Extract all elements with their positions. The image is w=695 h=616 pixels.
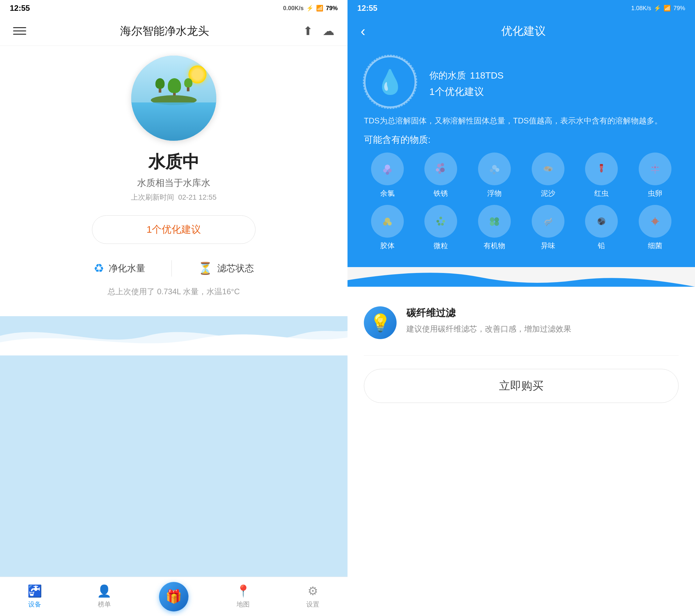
usage-text: 总上次使用了 0.734L 水量，水温16°C [108, 286, 239, 297]
wifi-icon: 📶 [316, 4, 323, 12]
svg-point-8 [439, 171, 441, 174]
lead-icon [585, 205, 618, 238]
main-content: 水质中 水质相当于水库水 上次刷新时间 02-21 12:55 1个优化建议 ♻… [0, 46, 348, 316]
svg-point-35 [490, 217, 494, 222]
svg-point-42 [600, 222, 603, 225]
stats-row: ♻ 净化水量 ⏳ 滤芯状态 [94, 260, 254, 277]
substance-micro: 微粒 [418, 205, 465, 251]
colloid-icon [371, 205, 404, 238]
svg-point-7 [440, 168, 445, 172]
chlorine-icon [371, 152, 404, 185]
right-battery: 79% [673, 5, 685, 12]
settings-icon: ⚙ [308, 584, 318, 598]
divider [364, 355, 679, 356]
ranking-icon: 👤 [97, 584, 112, 598]
svg-point-36 [494, 217, 499, 222]
rec-desc: 建议使用碳纤维滤芯，改善口感，增加过滤效果 [406, 323, 679, 335]
last-refresh: 上次刷新时间 02-21 12:55 [131, 193, 217, 202]
wave-transition [348, 267, 695, 287]
left-panel: 12:55 0.00K/s ⚡ 📶 79% 海尔智能净水龙头 ⬆ ☁ [0, 0, 348, 616]
svg-point-18 [600, 169, 603, 172]
svg-point-20 [601, 164, 603, 166]
svg-point-37 [490, 221, 494, 226]
nav-map[interactable]: 📍 地图 [208, 584, 278, 609]
right-time: 12:55 [357, 4, 377, 13]
water-quality-circle [131, 56, 216, 141]
optimize-button[interactable]: 1个优化建议 [92, 215, 256, 244]
app-header: 海尔智能净水龙头 ⬆ ☁ [0, 16, 348, 46]
nav-ranking[interactable]: 👤 榜单 [69, 584, 139, 609]
left-time: 12:55 [10, 4, 30, 13]
center-button[interactable]: 🎁 [159, 582, 188, 612]
left-speed: 0.00K/s [283, 5, 304, 12]
right-wifi-icon: 📶 [664, 4, 671, 12]
tds-description: TDS为总溶解固体，又称溶解性固体总量，TDS值越高，表示水中含有的溶解物越多。 [364, 115, 679, 127]
purify-stat[interactable]: ♻ 净化水量 [94, 262, 145, 275]
right-title: 优化建议 [366, 23, 682, 39]
buy-button[interactable]: 立即购买 [364, 369, 679, 403]
svg-point-15 [548, 169, 551, 171]
filter-label: 滤芯状态 [217, 262, 254, 274]
silt-icon [532, 152, 564, 185]
rust-icon [424, 152, 457, 185]
map-icon: 📍 [236, 584, 251, 598]
svg-point-29 [388, 221, 392, 226]
substance-odor: 异味 [525, 205, 572, 251]
water-quality-label: 水质中 [148, 151, 199, 173]
nav-settings[interactable]: ⚙ 设置 [278, 584, 348, 609]
svg-point-34 [441, 223, 444, 226]
svg-point-10 [490, 169, 493, 172]
nav-device-label: 设备 [28, 600, 41, 609]
svg-point-30 [439, 217, 442, 219]
blue-section: 💧 你的水质 118TDS 1个优化建议 TDS为总溶解固体，又称溶解性固体总量… [348, 46, 695, 267]
upload-button[interactable]: ☁ [323, 24, 335, 38]
svg-point-25 [652, 167, 653, 168]
svg-point-6 [436, 168, 439, 171]
device-icon: 🚰 [28, 584, 42, 598]
nav-ranking-label: 榜单 [98, 600, 111, 609]
rec-title: 碳纤维过滤 [406, 306, 679, 320]
substance-organic: 有机物 [471, 205, 518, 251]
float-icon [478, 152, 511, 185]
svg-point-4 [437, 164, 441, 168]
odor-icon [532, 205, 564, 238]
svg-point-3 [386, 171, 389, 175]
substances-grid: 余氯 铁锈 浮物 泥沙 [364, 152, 679, 251]
svg-point-12 [493, 172, 495, 174]
purify-icon: ♻ [94, 262, 104, 275]
worm-icon [585, 152, 618, 185]
svg-point-26 [657, 167, 658, 168]
eggs-icon [639, 152, 672, 185]
bacteria-icon [639, 205, 672, 238]
filter-icon: ⏳ [198, 262, 213, 275]
substance-worm: 红虫 [578, 152, 625, 198]
substance-rust: 铁锈 [418, 152, 465, 198]
svg-point-16 [547, 166, 549, 168]
rec-icon: 💡 [364, 306, 396, 339]
svg-point-28 [383, 221, 387, 226]
right-header: ‹ 优化建议 [348, 16, 695, 46]
share-button[interactable]: ⬆ [303, 24, 313, 38]
organic-icon [478, 205, 511, 238]
battery-left: 79% [326, 5, 338, 12]
nav-map-label: 地图 [237, 600, 250, 609]
back-button[interactable]: ‹ [360, 23, 366, 39]
nav-device[interactable]: 🚰 设备 [0, 584, 69, 609]
white-section: 💡 碳纤维过滤 建议使用碳纤维滤芯，改善口感，增加过滤效果 立即购买 [348, 287, 695, 616]
svg-point-31 [437, 220, 439, 222]
menu-button[interactable] [13, 27, 26, 35]
bottom-nav: 🚰 设备 👤 榜单 🎁 📍 地图 ⚙ 设置 [0, 577, 348, 616]
right-speed: 1.08K/s [631, 5, 651, 12]
svg-point-11 [495, 168, 499, 172]
wave-decoration [0, 316, 348, 577]
svg-point-24 [654, 166, 656, 168]
svg-point-32 [442, 220, 445, 222]
right-panel: 12:55 1.08K/s ⚡ 📶 79% ‹ 优化建议 💧 你的水质 118T… [348, 0, 695, 616]
substance-chlorine: 余氯 [364, 152, 411, 198]
filter-stat[interactable]: ⏳ 滤芯状态 [198, 262, 254, 275]
water-quality-sub: 水质相当于水库水 [137, 177, 210, 189]
possible-label: 可能含有的物质: [364, 134, 679, 146]
nav-center[interactable]: 🎁 [139, 582, 208, 612]
substance-float: 浮物 [471, 152, 518, 198]
substance-colloid: 胶体 [364, 205, 411, 251]
